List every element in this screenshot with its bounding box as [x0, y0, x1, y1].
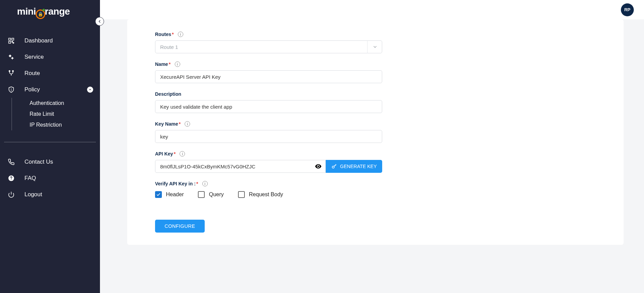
sidebar-nav: Dashboard Service Route Policy — [0, 29, 100, 134]
question-icon — [7, 175, 15, 182]
brand-suffix: range — [45, 6, 70, 17]
routes-select-value: Route 1 — [155, 40, 382, 53]
check-query[interactable]: Query — [198, 191, 224, 198]
configure-button-label: CONFIGURE — [165, 223, 195, 229]
brand-logo: mini🔒range — [0, 0, 100, 29]
check-label: Query — [209, 191, 224, 198]
main-area: RP Routes* i Route 1 — [100, 0, 644, 293]
name-label: Name* i — [155, 61, 382, 67]
info-icon[interactable]: i — [185, 121, 190, 127]
svg-rect-0 — [9, 38, 11, 40]
sidebar-item-label: Logout — [24, 191, 42, 198]
dashboard-icon — [7, 37, 15, 44]
topbar: RP — [100, 0, 644, 19]
svg-rect-2 — [9, 41, 11, 43]
field-verify: Verify API Key in :* i Header — [155, 181, 382, 198]
check-label: Header — [166, 191, 184, 198]
api-key-label: API Key* i — [155, 151, 382, 157]
sidebar-item-route[interactable]: Route — [0, 65, 100, 81]
routes-select[interactable]: Route 1 — [155, 40, 382, 53]
sidebar-item-faq[interactable]: FAQ — [0, 170, 100, 186]
sidebar-item-label: Route — [24, 70, 40, 77]
svg-point-10 — [11, 90, 12, 91]
sidebar-item-label: Policy — [24, 86, 40, 93]
description-label: Description — [155, 91, 382, 97]
svg-point-7 — [9, 70, 10, 71]
form-card: Routes* i Route 1 Name* — [127, 19, 624, 245]
sidebar-item-service[interactable]: Service — [0, 49, 100, 65]
configure-button[interactable]: CONFIGURE — [155, 220, 205, 233]
orange-icon: 🔒 — [36, 10, 45, 19]
checkbox-query[interactable] — [198, 191, 205, 198]
sidebar-bottom-nav: Contact Us FAQ Logout — [0, 150, 100, 206]
sidebar-subitem-label: Rate Limit — [30, 111, 54, 117]
api-key-input[interactable] — [155, 160, 326, 173]
check-body[interactable]: Request Body — [238, 191, 283, 198]
generate-key-button[interactable]: GENERATE KEY — [326, 160, 382, 173]
field-routes: Routes* i Route 1 — [155, 32, 382, 53]
verify-label: Verify API Key in :* i — [155, 181, 382, 186]
generate-key-label: GENERATE KEY — [340, 164, 377, 169]
info-icon[interactable]: i — [175, 61, 180, 67]
sidebar-item-contact-us[interactable]: Contact Us — [0, 154, 100, 170]
shield-icon — [7, 86, 15, 93]
field-api-key: API Key* i G — [155, 151, 382, 173]
checkbox-body[interactable] — [238, 191, 245, 198]
field-name: Name* i — [155, 61, 382, 83]
name-input[interactable] — [155, 70, 382, 83]
sidebar-item-dashboard[interactable]: Dashboard — [0, 33, 100, 49]
svg-rect-3 — [12, 41, 13, 42]
key-name-input[interactable] — [155, 130, 382, 143]
sidebar-item-label: Contact Us — [24, 159, 53, 165]
avatar-initials: RP — [624, 7, 630, 12]
key-icon — [331, 163, 337, 169]
description-input[interactable] — [155, 100, 382, 113]
route-icon — [7, 70, 15, 77]
sidebar-item-label: FAQ — [24, 175, 36, 182]
key-name-label: Key Name* i — [155, 121, 382, 127]
check-header[interactable]: Header — [155, 191, 184, 198]
svg-point-5 — [9, 55, 11, 57]
svg-rect-4 — [13, 42, 14, 43]
checkbox-header[interactable] — [155, 191, 162, 198]
sidebar-collapse-button[interactable] — [95, 17, 104, 26]
sidebar-item-label: Service — [24, 54, 44, 60]
sidebar-subitem-ip-restriction[interactable]: IP Restriction — [12, 120, 100, 130]
sidebar-subitem-authentication[interactable]: Authentication — [12, 98, 100, 109]
sidebar-subitem-rate-limit[interactable]: Rate Limit — [12, 109, 100, 120]
info-icon[interactable]: i — [202, 181, 208, 186]
svg-point-8 — [12, 70, 13, 71]
content-scroll[interactable]: Routes* i Route 1 Name* — [100, 19, 644, 293]
avatar[interactable]: RP — [621, 3, 634, 16]
sidebar-subitem-label: Authentication — [30, 100, 64, 106]
chevron-up-icon — [87, 87, 93, 93]
svg-rect-1 — [12, 38, 14, 40]
field-key-name: Key Name* i — [155, 121, 382, 143]
phone-icon — [7, 158, 15, 166]
sidebar-divider — [4, 142, 96, 142]
sidebar-subitem-label: IP Restriction — [30, 122, 62, 128]
power-icon — [7, 191, 15, 198]
brand-prefix: mini — [17, 6, 36, 17]
field-description: Description — [155, 91, 382, 113]
svg-point-13 — [332, 166, 334, 168]
policy-submenu: Authentication Rate Limit IP Restriction — [12, 98, 100, 130]
gears-icon — [7, 53, 15, 61]
sidebar: mini🔒range Dashboard Service — [0, 0, 100, 293]
sidebar-item-policy[interactable]: Policy — [0, 81, 100, 98]
check-label: Request Body — [249, 191, 283, 198]
svg-point-6 — [12, 57, 13, 59]
info-icon[interactable]: i — [178, 32, 183, 37]
sidebar-item-label: Dashboard — [24, 37, 53, 44]
sidebar-item-logout[interactable]: Logout — [0, 186, 100, 203]
routes-label: Routes* i — [155, 32, 382, 37]
info-icon[interactable]: i — [180, 151, 185, 157]
eye-icon[interactable] — [315, 163, 322, 170]
